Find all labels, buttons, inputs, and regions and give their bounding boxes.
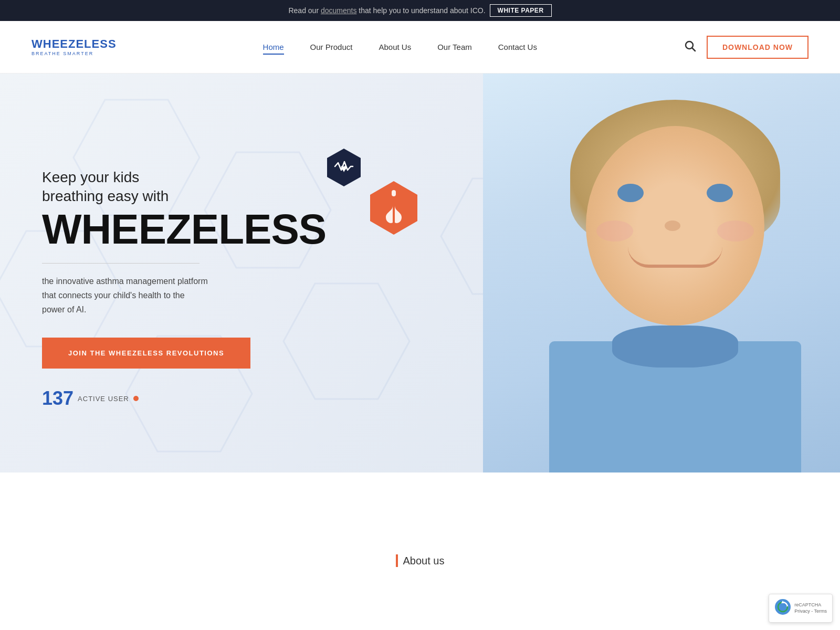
banner-text: Read our documents that help you to unde…: [288, 6, 485, 15]
nav-item-our-team[interactable]: Our Team: [437, 43, 472, 52]
recaptcha-text: reCAPTCHA Privacy - Terms: [794, 602, 827, 614]
active-count: 137: [42, 387, 74, 410]
nav-item-contact-us[interactable]: Contact Us: [498, 43, 537, 52]
recaptcha-icon: [774, 598, 791, 618]
about-label: About us: [396, 554, 445, 567]
hero-section: ♥ Keep your kids breathing easy with WHE…: [0, 74, 840, 472]
active-dot-icon: [133, 396, 139, 401]
logo-tagline: BREATHE SMARTER: [32, 51, 117, 56]
active-label: ACTIVE USER: [78, 395, 129, 403]
nav-link-our-product[interactable]: Our Product: [310, 43, 353, 51]
nav-item-about-us[interactable]: About Us: [379, 43, 411, 52]
hex-heartrate-icon: ♥: [326, 147, 362, 188]
whitepaper-button[interactable]: WHITE PAPER: [490, 4, 552, 17]
nav-right: DOWNLOAD NOW: [684, 36, 808, 59]
nav-link-home[interactable]: Home: [263, 43, 284, 55]
cta-button[interactable]: JOIN THE WHEEZELESS REVOLUTIONS: [42, 338, 250, 369]
about-text: About us: [403, 555, 445, 567]
search-button[interactable]: [684, 39, 696, 55]
active-user-stat: 137 ACTIVE USER: [42, 387, 326, 410]
logo-name: WHEEZELESS: [32, 38, 117, 50]
nav-item-home[interactable]: Home: [263, 43, 284, 52]
hero-subtitle-line1: Keep your kids breathing easy with: [42, 168, 326, 206]
banner-documents-link[interactable]: documents: [321, 6, 356, 15]
hero-image: [483, 74, 840, 472]
svg-line-1: [692, 48, 695, 51]
download-button[interactable]: DOWNLOAD NOW: [707, 36, 808, 59]
below-hero-section: About us: [0, 472, 840, 578]
nav-item-our-product[interactable]: Our Product: [310, 43, 353, 52]
navbar: WHEEZELESS BREATHE SMARTER Home Our Prod…: [0, 21, 840, 74]
hero-content: Keep your kids breathing easy with WHEEZ…: [0, 136, 326, 410]
top-banner: Read our documents that help you to unde…: [0, 0, 840, 21]
hero-description: the innovative asthma management platfor…: [42, 274, 326, 317]
svg-marker-10: [370, 181, 417, 235]
nav-link-contact-us[interactable]: Contact Us: [498, 43, 537, 51]
nav-link-about-us[interactable]: About Us: [379, 43, 411, 51]
svg-rect-11: [392, 190, 396, 196]
hex-lungs-icon: [368, 178, 420, 237]
hero-divider: [42, 263, 200, 264]
recaptcha-badge: reCAPTCHA Privacy - Terms: [769, 594, 833, 623]
nav-links: Home Our Product About Us Our Team Conta…: [263, 43, 537, 52]
logo[interactable]: WHEEZELESS BREATHE SMARTER: [32, 38, 117, 56]
hero-title: WHEEZELESS: [42, 208, 326, 250]
about-bar-icon: [396, 554, 398, 567]
nav-link-our-team[interactable]: Our Team: [437, 43, 472, 51]
